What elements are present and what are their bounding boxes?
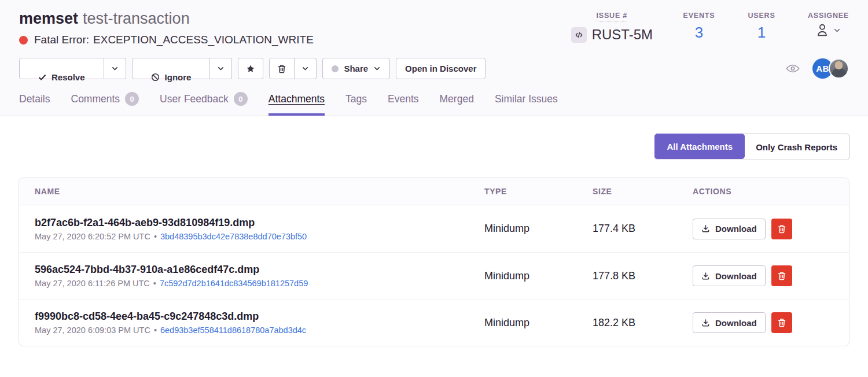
column-header-actions: ACTIONS xyxy=(693,187,849,196)
events-label: EVENTS xyxy=(683,12,715,20)
tab-label: Attachments xyxy=(269,93,325,105)
trash-icon xyxy=(777,224,786,234)
chevron-down-icon xyxy=(111,65,119,72)
resolve-dropdown-button[interactable] xyxy=(104,58,126,79)
open-in-discover-button[interactable]: Open in Discover xyxy=(396,58,486,79)
share-label: Share xyxy=(344,64,368,73)
chevron-down-icon xyxy=(217,65,225,72)
attachment-name-cell: b2f7ac6b-f2a1-464b-aeb9-93d810984f19.dmp… xyxy=(19,217,484,241)
tab-label: Tags xyxy=(345,93,367,105)
tab-attachments[interactable]: Attachments xyxy=(269,92,325,116)
attachment-name-cell: 596ac524-7bbd-4b37-910a-a1e86cedf47c.dmp… xyxy=(19,264,484,288)
table-body: b2f7ac6b-f2a1-464b-aeb9-93d810984f19.dmp… xyxy=(19,205,849,346)
avatar-photo[interactable] xyxy=(829,58,849,79)
stat-issue-number: ISSUE # RUST-5M xyxy=(571,12,653,43)
trash-icon xyxy=(277,64,286,73)
tab-label: Events xyxy=(388,93,419,105)
delete-attachment-button[interactable] xyxy=(771,312,792,333)
resolve-button-group: Resolve xyxy=(19,58,126,79)
ignore-button[interactable]: Ignore xyxy=(132,58,211,79)
issue-number-value[interactable]: RUST-5M xyxy=(571,27,653,43)
toolbar-right: AB xyxy=(786,58,849,79)
assignee-person-icon xyxy=(816,23,829,37)
attachment-size: 182.2 KB xyxy=(593,317,693,329)
attachment-actions: Download xyxy=(693,265,849,286)
tab-label: Similar Issues xyxy=(495,93,558,105)
download-icon xyxy=(701,272,710,280)
check-icon xyxy=(38,73,46,82)
ignore-label: Ignore xyxy=(165,72,192,82)
event-id-link[interactable]: 7c592d7d2b1641dc834569b181257d59 xyxy=(160,279,308,288)
table-row: 596ac524-7bbd-4b37-910a-a1e86cedf47c.dmp… xyxy=(19,252,849,299)
bookmark-star-button[interactable] xyxy=(238,58,263,79)
tab-label: User Feedback xyxy=(160,93,229,105)
delete-attachment-button[interactable] xyxy=(771,219,792,239)
issue-toolbar: Resolve Ignore xyxy=(19,58,849,79)
users-label: USERS xyxy=(748,12,775,20)
title-block: memsettest-transaction Fatal Error: EXCE… xyxy=(19,9,314,46)
share-button[interactable]: Share xyxy=(322,58,390,79)
tab-similar-issues[interactable]: Similar Issues xyxy=(495,92,558,116)
error-line: Fatal Error: EXCEPTION_ACCESS_VIOLATION_… xyxy=(19,34,314,46)
download-button[interactable]: Download xyxy=(693,219,766,239)
attachment-date: May 27, 2020 6:09:03 PM UTC xyxy=(35,326,150,335)
delete-dropdown-button[interactable] xyxy=(295,58,317,79)
table-row: f9990bc8-cd58-4ee4-ba45-c9c247848c3d.dmp… xyxy=(19,299,849,346)
filter-all-attachments-button[interactable]: All Attachments xyxy=(654,134,745,159)
delete-button-group xyxy=(269,58,317,79)
events-count[interactable]: 3 xyxy=(695,25,703,40)
star-icon xyxy=(246,64,255,73)
attachment-meta: May 27, 2020 6:20:52 PM UTC • 3bd48395b3… xyxy=(35,232,484,241)
stat-events: EVENTS 3 xyxy=(683,12,715,40)
issue-tabs: Details Comments0 User Feedback0 Attachm… xyxy=(19,92,849,116)
issue-stats: ISSUE # RUST-5M EVENTS 3 USERS 1 xyxy=(571,9,849,43)
discover-button-group: Open in Discover xyxy=(396,58,486,79)
tab-label: Details xyxy=(19,93,50,105)
attachment-filename: 596ac524-7bbd-4b37-910a-a1e86cedf47c.dmp xyxy=(35,264,484,276)
meta-separator: • xyxy=(154,326,157,335)
download-label: Download xyxy=(715,318,757,328)
tab-badge: 0 xyxy=(234,92,248,106)
ignore-dropdown-button[interactable] xyxy=(210,58,232,79)
mute-icon xyxy=(151,73,160,82)
table-row: b2f7ac6b-f2a1-464b-aeb9-93d810984f19.dmp… xyxy=(19,205,849,252)
meta-separator: • xyxy=(153,279,156,288)
attachment-type: Minidump xyxy=(484,270,593,282)
event-id-link[interactable]: 6ed93b3ef558411d8618780a7abd3d4c xyxy=(160,326,306,335)
filter-only-crash-reports-button[interactable]: Only Crash Reports xyxy=(744,134,849,160)
stat-assignee: ASSIGNEE xyxy=(808,12,849,37)
tab-details[interactable]: Details xyxy=(19,92,50,116)
eye-icon[interactable] xyxy=(786,64,800,73)
transaction-name: test-transaction xyxy=(83,10,190,27)
tab-label: Merged xyxy=(440,93,474,105)
tab-comments[interactable]: Comments0 xyxy=(71,92,139,116)
tab-events[interactable]: Events xyxy=(388,92,419,116)
attachment-name-cell: f9990bc8-cd58-4ee4-ba45-c9c247848c3d.dmp… xyxy=(19,311,484,335)
table-header-row: NAME TYPE SIZE ACTIONS xyxy=(19,178,849,205)
error-level-dot xyxy=(19,36,28,45)
attachment-date: May 27, 2020 6:11:26 PM UTC xyxy=(35,279,150,288)
download-button[interactable]: Download xyxy=(693,312,766,333)
assignee-dropdown[interactable] xyxy=(816,23,841,37)
participant-avatars: AB xyxy=(812,58,849,79)
users-count[interactable]: 1 xyxy=(757,25,766,40)
meta-separator: • xyxy=(154,232,157,241)
tab-merged[interactable]: Merged xyxy=(440,92,474,116)
chevron-down-icon xyxy=(373,65,381,72)
column-header-size: SIZE xyxy=(593,187,693,196)
open-in-discover-label: Open in Discover xyxy=(405,64,476,73)
event-id-link[interactable]: 3bd48395b3dc42e7838e8dd70e73bf50 xyxy=(160,232,307,241)
issue-page: memsettest-transaction Fatal Error: EXCE… xyxy=(0,0,868,377)
attachment-actions: Download xyxy=(693,219,849,239)
attachment-date: May 27, 2020 6:20:52 PM UTC xyxy=(35,232,150,241)
tab-user-feedback[interactable]: User Feedback0 xyxy=(160,92,248,116)
tab-tags[interactable]: Tags xyxy=(345,92,367,116)
download-label: Download xyxy=(715,271,757,281)
delete-attachment-button[interactable] xyxy=(771,265,792,286)
issue-short-id: RUST-5M xyxy=(592,27,653,43)
delete-issue-button[interactable] xyxy=(269,58,295,79)
download-button[interactable]: Download xyxy=(693,265,766,286)
error-level-label: Fatal Error: xyxy=(34,34,89,46)
attachment-actions: Download xyxy=(693,312,849,333)
resolve-button[interactable]: Resolve xyxy=(19,58,104,79)
